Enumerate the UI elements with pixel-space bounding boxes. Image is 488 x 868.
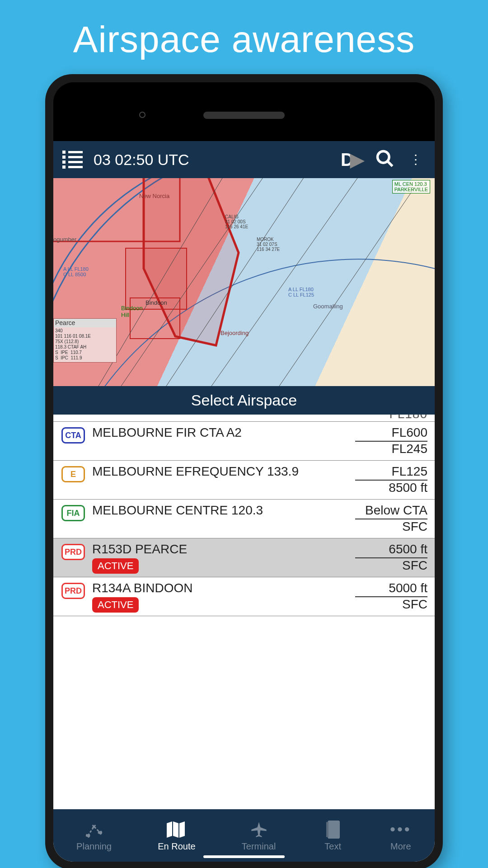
plane-icon — [248, 820, 270, 840]
active-badge: ACTIVE — [92, 597, 139, 613]
airspace-row[interactable]: FIA MELBOURNE CENTRE 120.3 Below CTA SFC — [53, 500, 435, 538]
airspace-title: MELBOURNE EFREQUENCY 133.9 — [92, 464, 355, 479]
map-chart[interactable]: ML CEN 120.3 PARKERVILLE New Norcia ogum… — [53, 178, 435, 386]
book-icon — [322, 820, 344, 840]
airspace-altitudes: Below CTA SFC — [355, 503, 427, 534]
airspace-badge: FIA — [61, 505, 85, 521]
svg-line-1 — [388, 161, 393, 166]
airspace-list[interactable]: FL180 CTA MELBOURNE FIR CTA A2 FL600 FL2… — [53, 415, 435, 809]
map-pearce-info: Pearce 340 101 116 01 08.1E 75X (112.8) … — [53, 318, 117, 363]
nav-label: Text — [324, 841, 341, 852]
map-label-ogumber: ogumber — [53, 236, 76, 243]
map-label-bindoon: Bindoon — [145, 299, 167, 306]
nav-text[interactable]: Text — [322, 820, 344, 852]
nav-label: More — [390, 841, 411, 852]
map-alt-a: A LL FL180 C LL 8500 — [63, 266, 89, 277]
airspace-row[interactable]: E MELBOURNE EFREQUENCY 133.9 FL125 8500 … — [53, 461, 435, 500]
home-indicator[interactable] — [203, 855, 285, 858]
airspace-title: MELBOURNE FIR CTA A2 — [92, 425, 355, 440]
airspace-altitudes: FL600 FL245 — [355, 425, 427, 456]
airspace-title: R134A BINDOON — [92, 581, 355, 595]
svg-point-10 — [99, 831, 102, 834]
map-label-bejoording: Bejoording — [221, 330, 249, 336]
airspace-badge: E — [61, 466, 85, 482]
map-wpt-calig: CALIG 31 02 00S 116 26 41E — [225, 214, 248, 229]
phone-camera — [139, 112, 145, 118]
airspace-altitudes: FL125 8500 ft — [355, 464, 427, 495]
map-label-bindoonhill: Bindoon Hill — [121, 305, 143, 318]
map-icon — [166, 820, 188, 840]
nav-planning[interactable]: Planning — [76, 820, 112, 852]
airspace-badge: CTA — [61, 427, 85, 443]
nav-terminal[interactable]: Terminal — [242, 820, 276, 852]
nav-label: Terminal — [242, 841, 276, 852]
search-icon[interactable] — [375, 149, 395, 170]
svg-point-9 — [86, 834, 89, 837]
airspace-badge: PRD — [61, 544, 85, 560]
menu-icon[interactable] — [62, 151, 83, 169]
promo-title: Airspace awareness — [0, 0, 488, 74]
airspace-title: MELBOURNE CENTRE 120.3 — [92, 503, 355, 518]
svg-point-0 — [378, 151, 389, 163]
planning-icon — [83, 820, 105, 840]
svg-rect-11 — [326, 822, 328, 837]
direct-to-icon[interactable]: D▶ — [341, 149, 364, 170]
map-label-goomalling: Goomalling — [313, 303, 343, 310]
map-box-ml: ML CEN 120.3 PARKERVILLE — [392, 180, 430, 193]
airspace-altitudes: 5000 ft SFC — [355, 581, 427, 612]
kebab-icon[interactable]: ⋮ — [406, 158, 426, 161]
select-airspace-header: Select Airspace — [53, 386, 435, 415]
more-icon: ••• — [390, 820, 412, 840]
nav-enroute[interactable]: En Route — [158, 820, 195, 852]
list-row-peek: FL180 — [53, 415, 435, 422]
topbar: 03 02:50 UTC D▶ ⋮ — [53, 141, 435, 178]
nav-label: Planning — [76, 841, 112, 852]
nav-label: En Route — [158, 841, 195, 852]
airspace-title: R153D PEARCE — [92, 542, 355, 557]
airspace-altitudes: 6500 ft SFC — [355, 542, 427, 573]
clock-label: 03 02:50 UTC — [94, 151, 330, 169]
map-alt-b: A LL FL180 C LL FL125 — [288, 287, 314, 297]
airspace-badge: PRD — [61, 583, 85, 599]
map-wpt-morok: MOROK 31 02 07S 116 34 27E — [257, 237, 280, 252]
bottom-nav: Planning En Route Terminal — [53, 809, 435, 862]
phone-frame: 03 02:50 UTC D▶ ⋮ — [45, 74, 443, 868]
active-badge: ACTIVE — [92, 558, 139, 574]
map-label-newnorcia: New Norcia — [139, 193, 169, 199]
nav-more[interactable]: ••• More — [390, 820, 412, 852]
airspace-row[interactable]: CTA MELBOURNE FIR CTA A2 FL600 FL245 — [53, 422, 435, 461]
airspace-row[interactable]: PRD R134A BINDOON ACTIVE 5000 ft SFC — [53, 577, 435, 616]
app-screen: 03 02:50 UTC D▶ ⋮ — [53, 141, 435, 862]
phone-speaker — [203, 112, 285, 119]
airspace-row[interactable]: PRD R153D PEARCE ACTIVE 6500 ft SFC — [53, 538, 435, 577]
svg-line-7 — [211, 178, 361, 386]
